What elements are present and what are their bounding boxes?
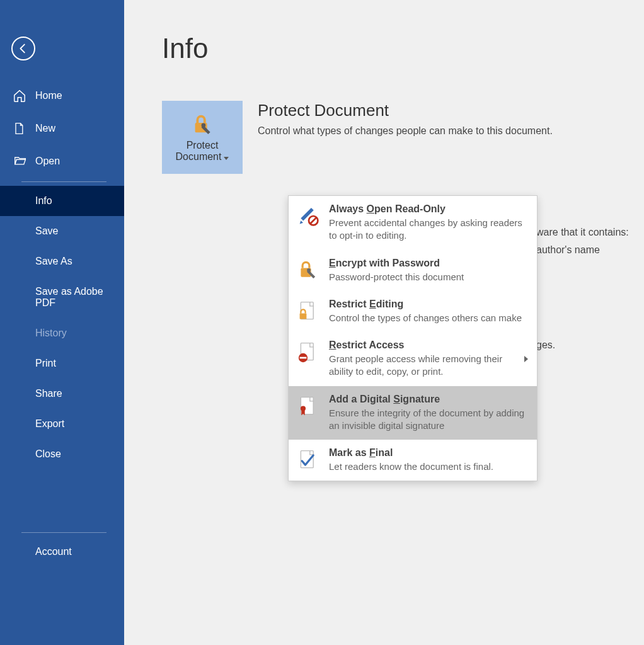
sidebar-item-label: Save — [35, 225, 58, 237]
lock-icon — [297, 259, 320, 282]
main-content: Info Protect Document Protect Document C… — [124, 0, 644, 645]
menu-item-desc: Let readers know the document is final. — [329, 460, 528, 473]
menu-item-always-open-read-only[interactable]: Always Open Read-OnlyPrevent accidental … — [289, 196, 537, 250]
sidebar-item-label: Info — [35, 195, 52, 207]
sidebar-item-label: Save as Adobe PDF — [35, 286, 112, 309]
protect-btn-line1: Protect — [187, 140, 219, 151]
protect-desc: Control what types of changes people can… — [258, 125, 553, 137]
sidebar-item-history[interactable]: History — [0, 318, 124, 348]
protect-document-button[interactable]: Protect Document — [162, 101, 243, 174]
sidebar-item-label: Home — [35, 90, 62, 101]
sidebar-item-label: Open — [35, 156, 60, 167]
sidebar-item-label: Save As — [35, 256, 72, 267]
svg-rect-14 — [300, 357, 307, 359]
backstage-sidebar: HomeNewOpen InfoSaveSave AsSave as Adobe… — [0, 0, 124, 645]
docno-icon — [297, 341, 320, 363]
sidebar-item-label: History — [35, 328, 67, 339]
svg-rect-11 — [300, 313, 307, 319]
docsig-icon — [297, 395, 320, 418]
sidebar-item-open[interactable]: Open — [0, 145, 124, 178]
menu-item-title: Add a Digital Signature — [329, 394, 528, 405]
svg-line-6 — [311, 218, 316, 224]
sidebar-item-label: Print — [35, 358, 56, 369]
sidebar-item-save-as[interactable]: Save As — [0, 246, 124, 277]
menu-item-title: Always Open Read-Only — [329, 203, 528, 215]
sidebar-item-label: New — [35, 123, 55, 134]
menu-item-mark-as-final[interactable]: Mark as FinalLet readers know the docume… — [289, 440, 537, 481]
sidebar-item-print[interactable]: Print — [0, 348, 124, 379]
doclock-icon — [297, 300, 320, 322]
menu-item-encrypt-with-password[interactable]: Encrypt with PasswordPassword-protect th… — [289, 250, 537, 291]
menu-item-add-a-digital-signature[interactable]: Add a Digital SignatureEnsure the integr… — [289, 386, 537, 440]
sidebar-item-account[interactable]: Account — [0, 537, 124, 567]
sidebar-separator — [21, 532, 106, 533]
submenu-arrow-icon — [524, 356, 528, 362]
svg-marker-4 — [300, 220, 303, 224]
bg-text: ges. — [536, 340, 555, 351]
svg-rect-3 — [301, 208, 313, 220]
menu-item-title: Mark as Final — [329, 447, 528, 459]
sidebar-item-info[interactable]: Info — [0, 186, 124, 216]
sidebar-separator — [21, 181, 106, 182]
menu-item-title: Restrict Editing — [329, 299, 528, 310]
sidebar-item-label: Export — [35, 418, 64, 430]
menu-item-title: Restrict Access — [329, 340, 520, 351]
menu-item-title: Encrypt with Password — [329, 258, 528, 269]
protect-btn-line2: Document — [176, 151, 222, 162]
home-icon — [13, 89, 28, 103]
pencil-icon — [297, 205, 320, 227]
svg-point-9 — [307, 268, 311, 272]
new-icon — [13, 122, 28, 135]
menu-item-desc: Grant people access while removing their… — [329, 353, 520, 379]
menu-item-desc: Ensure the integrity of the document by … — [329, 407, 528, 433]
sidebar-item-home[interactable]: Home — [0, 79, 124, 112]
lock-key-icon — [190, 112, 215, 136]
bg-text: ware that it contains: — [536, 227, 629, 238]
menu-item-restrict-editing[interactable]: Restrict EditingControl the types of cha… — [289, 291, 537, 332]
bg-text: author's name — [536, 244, 600, 256]
menu-item-restrict-access[interactable]: Restrict AccessGrant people access while… — [289, 332, 537, 386]
protect-document-dropdown: Always Open Read-OnlyPrevent accidental … — [288, 195, 538, 481]
sidebar-item-close[interactable]: Close — [0, 439, 124, 469]
protect-heading: Protect Document — [258, 101, 553, 120]
sidebar-item-label: Close — [35, 448, 61, 460]
open-icon — [13, 154, 28, 168]
sidebar-item-share[interactable]: Share — [0, 379, 124, 409]
page-title: Info — [162, 33, 644, 64]
doccheck-icon — [297, 448, 320, 471]
menu-item-desc: Prevent accidental changes by asking rea… — [329, 217, 528, 243]
svg-point-2 — [202, 123, 206, 128]
sidebar-item-save[interactable]: Save — [0, 216, 124, 246]
sidebar-item-label: Share — [35, 388, 62, 399]
menu-item-desc: Control the types of changes others can … — [329, 312, 528, 324]
sidebar-item-save-as-adobe-pdf[interactable]: Save as Adobe PDF — [0, 277, 124, 318]
sidebar-item-export[interactable]: Export — [0, 409, 124, 439]
back-button[interactable] — [11, 37, 35, 60]
sidebar-item-new[interactable]: New — [0, 112, 124, 145]
sidebar-item-label: Account — [35, 546, 72, 557]
menu-item-desc: Password-protect this document — [329, 271, 528, 283]
svg-rect-17 — [301, 451, 313, 468]
